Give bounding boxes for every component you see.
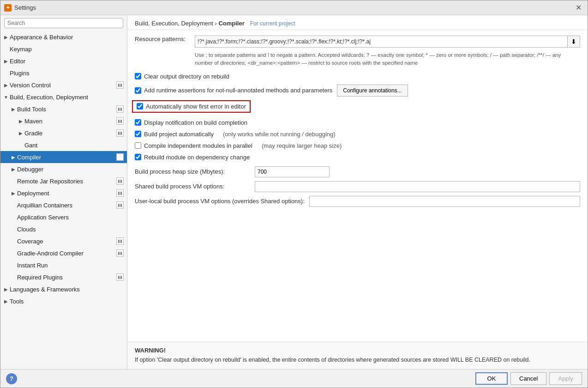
tree-arrow-languages: ▶	[2, 287, 10, 292]
shared-vm-row: Shared build process VM options:	[135, 181, 580, 192]
checkbox-label-clear-output: Clear output directory on rebuild	[144, 73, 229, 80]
help-button[interactable]: ?	[6, 373, 17, 384]
sidebar-label-appearance: Appearance & Behavior	[10, 34, 125, 41]
checkbox-label-auto-show-error: Automatically show first error in editor	[146, 103, 246, 110]
copy-icon-maven: ▮▮	[116, 117, 124, 125]
resource-input-wrap: ⬇	[195, 36, 580, 48]
heap-size-input[interactable]	[255, 166, 330, 177]
sidebar-item-maven[interactable]: ▶Maven▮▮	[0, 115, 127, 127]
breadcrumb-parent: Build, Execution, Deployment	[135, 20, 213, 27]
sidebar: ▶Appearance & BehaviorKeymap▶EditorPlugi…	[0, 15, 127, 369]
copy-icon-build-tools: ▮▮	[116, 105, 124, 113]
main-header: Build, Execution, Deployment › Compiler …	[127, 15, 588, 30]
titlebar: ✦ Settings ✕	[0, 0, 588, 15]
sidebar-label-version-control: Version Control	[10, 82, 116, 89]
sidebar-item-required-plugins[interactable]: Required Plugins▮▮	[0, 271, 127, 283]
sidebar-label-gradle-android: Gradle-Android Compiler	[17, 250, 116, 257]
configure-annotations-button[interactable]: Configure annotations...	[337, 85, 408, 97]
checkbox-clear-output[interactable]	[135, 73, 141, 79]
sidebar-label-tools: Tools	[10, 298, 125, 305]
checkbox-row-rebuild-module: Rebuild module on dependency change	[135, 153, 580, 162]
sidebar-item-appearance[interactable]: ▶Appearance & Behavior	[0, 31, 127, 43]
sidebar-item-gradle-android[interactable]: Gradle-Android Compiler▮▮	[0, 247, 127, 259]
sidebar-item-plugins[interactable]: Plugins	[0, 67, 127, 79]
resource-patterns-row: Resource patterns: ⬇	[135, 36, 580, 48]
sidebar-item-build-execution[interactable]: ▼Build, Execution, Deployment	[0, 91, 127, 103]
tree-arrow-editor: ▶	[2, 59, 10, 64]
checkbox-row-compile-independent: Compile independent modules in parallel(…	[135, 141, 580, 150]
copy-icon-deployment: ▮▮	[116, 189, 124, 197]
checkbox-row-add-runtime: Add runtime assertions for not-null-anno…	[135, 84, 580, 97]
sidebar-item-app-servers[interactable]: Application Servers	[0, 211, 127, 223]
warning-text: If option 'Clear output directory on reb…	[135, 356, 580, 364]
checkbox-display-notification[interactable]	[135, 119, 141, 126]
sidebar-label-app-servers: Application Servers	[17, 214, 125, 221]
sidebar-label-gradle: Gradle	[24, 130, 116, 137]
tree-arrow-gradle: ▶	[17, 131, 24, 136]
sidebar-item-gant[interactable]: Gant	[0, 139, 127, 151]
content-area: ▶Appearance & BehaviorKeymap▶EditorPlugi…	[0, 15, 588, 369]
cancel-button[interactable]: Cancel	[510, 372, 546, 385]
shared-vm-input[interactable]	[255, 181, 580, 192]
sidebar-label-debugger: Debugger	[17, 166, 125, 173]
side-note-compile-independent: (may require larger heap size)	[262, 142, 342, 149]
sidebar-item-editor[interactable]: ▶Editor	[0, 55, 127, 67]
checkbox-label-rebuild-module: Rebuild module on dependency change	[144, 154, 250, 161]
user-local-vm-label: User-local build process VM options (ove…	[135, 198, 305, 205]
sidebar-label-arquillian: Arquillian Containers	[17, 202, 116, 209]
sidebar-item-gradle[interactable]: ▶Gradle▮▮	[0, 127, 127, 139]
resource-patterns-input[interactable]	[195, 36, 568, 48]
sidebar-item-debugger[interactable]: ▶Debugger	[0, 163, 127, 175]
sidebar-item-build-tools[interactable]: ▶Build Tools▮▮	[0, 103, 127, 115]
checkbox-auto-show-error[interactable]	[137, 103, 143, 109]
shared-vm-label: Shared build process VM options:	[135, 183, 250, 190]
sidebar-label-editor: Editor	[10, 58, 125, 65]
tree-arrow-build-tools: ▶	[10, 107, 17, 112]
checkbox-compile-independent[interactable]	[135, 142, 141, 149]
tree-arrow-maven: ▶	[17, 119, 24, 124]
for-current-project-link[interactable]: For current project	[250, 20, 295, 27]
checkbox-label-display-notification: Display notification on build completion	[144, 119, 247, 126]
copy-icon-coverage: ▮▮	[116, 237, 124, 245]
settings-window: ✦ Settings ✕ ▶Appearance & BehaviorKeyma…	[0, 0, 588, 388]
checkbox-row-build-auto: Build project automatically(only works w…	[135, 130, 580, 139]
sidebar-label-gant: Gant	[24, 142, 125, 149]
close-button[interactable]: ✕	[573, 2, 584, 13]
app-icon: ✦	[4, 4, 12, 12]
sidebar-item-tools[interactable]: ▶Tools	[0, 295, 127, 307]
sidebar-item-compiler[interactable]: ▶Compiler▮▮	[0, 151, 127, 163]
sidebar-item-remote-jar[interactable]: Remote Jar Repositories▮▮	[0, 175, 127, 187]
sidebar-item-arquillian[interactable]: Arquillian Containers▮▮	[0, 199, 127, 211]
sidebar-label-keymap: Keymap	[10, 46, 125, 53]
checkbox-build-auto[interactable]	[135, 131, 141, 137]
search-input[interactable]	[7, 20, 120, 26]
sidebar-item-deployment[interactable]: ▶Deployment▮▮	[0, 187, 127, 199]
checkbox-label-add-runtime: Add runtime assertions for not-null-anno…	[144, 87, 332, 94]
sidebar-label-required-plugins: Required Plugins	[17, 274, 116, 281]
sidebar-item-instant-run[interactable]: Instant Run	[0, 259, 127, 271]
checkbox-rebuild-module[interactable]	[135, 154, 141, 160]
apply-button[interactable]: Apply	[549, 372, 582, 385]
sidebar-label-remote-jar: Remote Jar Repositories	[17, 178, 116, 185]
sidebar-item-keymap[interactable]: Keymap	[0, 43, 127, 55]
sidebar-label-build-tools: Build Tools	[17, 106, 116, 113]
checkbox-add-runtime[interactable]	[135, 87, 141, 94]
sidebar-item-languages[interactable]: ▶Languages & Frameworks	[0, 283, 127, 295]
bottom-buttons: OK Cancel Apply	[475, 372, 582, 385]
copy-icon-gradle-android: ▮▮	[116, 249, 124, 257]
tree-arrow-appearance: ▶	[2, 35, 10, 40]
ok-button[interactable]: OK	[475, 372, 508, 385]
tree-arrow-version-control: ▶	[2, 83, 10, 88]
sidebar-item-version-control[interactable]: ▶Version Control▮▮	[0, 79, 127, 91]
search-box	[4, 18, 123, 28]
tree-arrow-debugger: ▶	[10, 167, 17, 172]
checkbox-row-auto-show-error: Automatically show first error in editor	[132, 100, 251, 113]
bottom-bar: ? OK Cancel Apply	[0, 369, 588, 388]
user-local-vm-input[interactable]	[309, 196, 580, 207]
resource-patterns-button[interactable]: ⬇	[567, 36, 580, 48]
sidebar-item-coverage[interactable]: Coverage▮▮	[0, 235, 127, 247]
sidebar-label-coverage: Coverage	[17, 238, 116, 245]
side-note-build-auto: (only works while not running / debuggin…	[223, 131, 336, 138]
sidebar-item-clouds[interactable]: Clouds	[0, 223, 127, 235]
tree-arrow-build-execution: ▼	[2, 95, 10, 100]
